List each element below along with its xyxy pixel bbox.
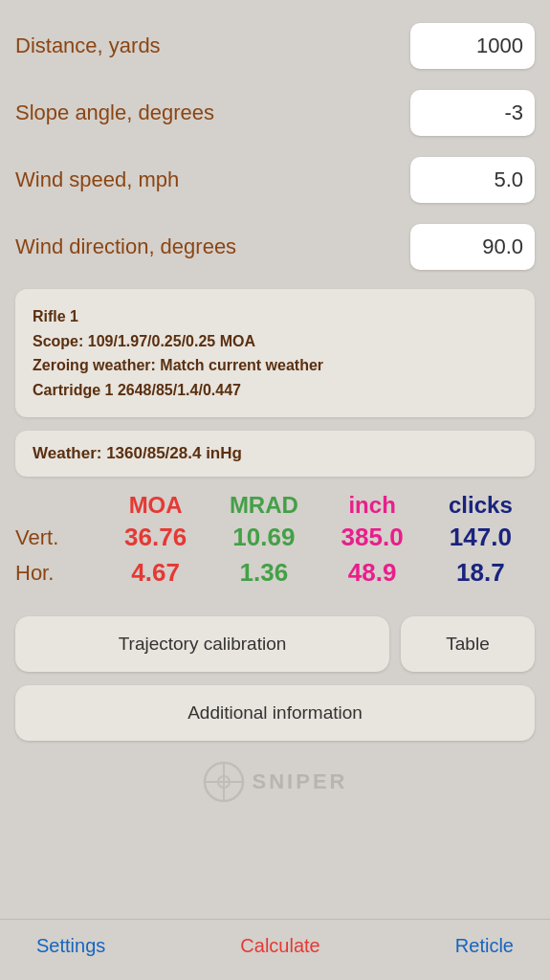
weather-text: Weather: 1360/85/28.4 inHg xyxy=(33,444,242,462)
hor-label: Hor. xyxy=(15,561,101,586)
distance-input[interactable] xyxy=(410,23,535,69)
table-button[interactable]: Table xyxy=(401,616,535,672)
slope-input[interactable] xyxy=(410,90,535,136)
slope-row: Slope angle, degrees xyxy=(15,84,535,142)
hor-clicks: 18.7 xyxy=(427,558,535,588)
primary-buttons-row: Trajectory calibration Table xyxy=(15,616,535,672)
vert-label: Vert. xyxy=(15,525,101,550)
calculate-button[interactable]: Calculate xyxy=(232,931,327,961)
watermark-text: SNIPER xyxy=(253,769,348,794)
table-vert-row: Vert. 36.76 10.69 385.0 147.0 xyxy=(15,523,535,552)
table-header-row: MOA MRAD inch clicks xyxy=(15,492,535,519)
rifle-info-text: Rifle 1 Scope: 109/1.97/0.25/0.25 MOA Ze… xyxy=(33,304,517,402)
wind-speed-label: Wind speed, mph xyxy=(15,167,179,192)
sniper-logo-icon xyxy=(203,761,245,803)
trajectory-calibration-button[interactable]: Trajectory calibration xyxy=(15,616,389,672)
distance-row: Distance, yards xyxy=(15,17,535,75)
wind-dir-row: Wind direction, degrees xyxy=(15,218,535,276)
results-table: MOA MRAD inch clicks Vert. 36.76 10.69 3… xyxy=(15,492,535,593)
vert-moa: 36.76 xyxy=(101,523,209,552)
rifle-line1: Rifle 1 xyxy=(33,308,78,324)
rifle-line4: Cartridge 1 2648/85/1.4/0.447 xyxy=(33,382,241,398)
hor-inch: 48.9 xyxy=(319,558,427,588)
wind-dir-input[interactable] xyxy=(410,224,535,270)
table-hor-row: Hor. 4.67 1.36 48.9 18.7 xyxy=(15,558,535,588)
vert-mrad: 10.69 xyxy=(209,523,318,552)
additional-info-button[interactable]: Additional information xyxy=(15,685,535,741)
wind-speed-row: Wind speed, mph xyxy=(15,151,535,209)
hor-moa: 4.67 xyxy=(101,558,209,588)
col-header-mrad: MRAD xyxy=(209,492,318,519)
rifle-line3: Zeroing weather: Match current weather xyxy=(33,357,323,373)
col-header-clicks: clicks xyxy=(427,492,535,519)
watermark: SNIPER xyxy=(15,758,535,806)
slope-label: Slope angle, degrees xyxy=(15,100,214,125)
vert-inch: 385.0 xyxy=(319,523,427,552)
bottom-nav: Settings Calculate Reticle xyxy=(0,919,550,980)
distance-label: Distance, yards xyxy=(15,33,161,58)
col-header-moa: MOA xyxy=(101,492,209,519)
weather-card: Weather: 1360/85/28.4 inHg xyxy=(15,431,535,477)
wind-speed-input[interactable] xyxy=(410,157,535,203)
hor-mrad: 1.36 xyxy=(209,558,318,588)
settings-button[interactable]: Settings xyxy=(29,931,113,961)
wind-dir-label: Wind direction, degrees xyxy=(15,234,236,259)
reticle-button[interactable]: Reticle xyxy=(448,931,521,961)
vert-clicks: 147.0 xyxy=(427,523,535,552)
col-header-inch: inch xyxy=(319,492,427,519)
rifle-info-card: Rifle 1 Scope: 109/1.97/0.25/0.25 MOA Ze… xyxy=(15,289,535,417)
rifle-line2: Scope: 109/1.97/0.25/0.25 MOA xyxy=(33,333,255,349)
